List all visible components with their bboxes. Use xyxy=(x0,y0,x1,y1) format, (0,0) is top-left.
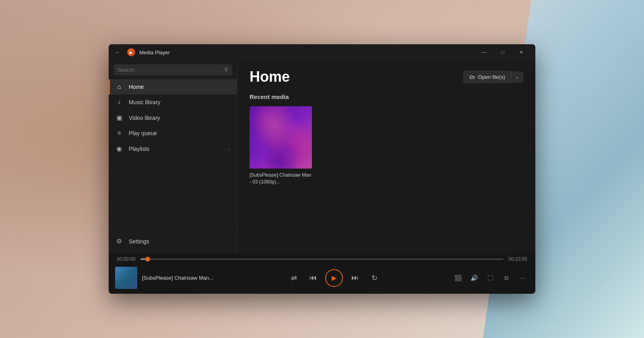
fullscreen-icon: ⛶ xyxy=(487,274,493,281)
content-header: Home 🗁 Open file(s) ⌄ xyxy=(237,60,535,89)
shuffle-icon: ⇌ xyxy=(291,274,297,282)
sidebar-item-label: Music library xyxy=(129,99,231,105)
title-bar: ← ▶ Media Player — □ ✕ xyxy=(109,44,535,60)
progress-track[interactable] xyxy=(140,258,504,260)
playlists-icon: ◉ xyxy=(115,145,123,153)
search-container: ⚲ xyxy=(109,60,237,79)
media-title: [SubsPlease] Chainsaw Man - 03 (1080p)..… xyxy=(250,172,312,185)
media-grid: [SubsPlease] Chainsaw Man - 03 (1080p)..… xyxy=(237,106,535,185)
current-time: 00:00:00 xyxy=(117,256,136,262)
sidebar-item-settings[interactable]: ⚙ Settings xyxy=(109,233,237,249)
now-playing-title: [SubsPlease] Chainsaw Man... xyxy=(142,275,213,281)
queue-icon: ≡ xyxy=(115,130,123,137)
total-time: 00:23:55 xyxy=(508,256,527,262)
more-icon: ⋯ xyxy=(520,274,526,282)
open-files-button[interactable]: 🗁 Open file(s) xyxy=(463,71,511,83)
miniplayer-icon: ⬛ xyxy=(454,274,462,282)
chevron-down-icon: ⌄ xyxy=(515,74,519,79)
close-button[interactable]: ✕ xyxy=(512,46,530,59)
sidebar-item-label: Home xyxy=(129,84,231,90)
next-button[interactable]: ⏭ xyxy=(348,271,362,285)
progress-thumb xyxy=(145,257,150,262)
fullscreen-button[interactable]: ⛶ xyxy=(484,272,497,284)
repeat-icon: ↻ xyxy=(372,274,378,282)
volume-icon: 🔊 xyxy=(471,274,478,282)
now-playing-thumbnail-image xyxy=(115,267,137,289)
shuffle-button[interactable]: ⇌ xyxy=(287,271,301,285)
volume-button[interactable]: 🔊 xyxy=(468,272,481,284)
sidebar-item-label: Play queue xyxy=(129,130,231,136)
video-icon: ▣ xyxy=(115,114,123,122)
player-controls: [SubsPlease] Chainsaw Man... ⇌ ⏮ ▶ ⏭ ↻ xyxy=(109,264,535,294)
controls-center: ⇌ ⏮ ▶ ⏭ ↻ xyxy=(231,269,437,287)
content-area: Home 🗁 Open file(s) ⌄ Recent media xyxy=(237,60,535,253)
play-pause-button[interactable]: ▶ xyxy=(325,269,343,287)
home-icon: ⌂ xyxy=(115,83,123,91)
sidebar-item-label: Video library xyxy=(129,115,231,121)
sidebar-item-label: Settings xyxy=(129,238,231,245)
page-title: Home xyxy=(250,68,290,85)
app-icon: ▶ xyxy=(127,48,135,56)
title-bar-left: ← ▶ Media Player xyxy=(112,47,170,58)
minimize-button[interactable]: — xyxy=(475,46,493,59)
open-files-dropdown-button[interactable]: ⌄ xyxy=(511,72,523,82)
player-bar: 00:00:00 00:23:55 [SubsPlease] Chainsaw … xyxy=(109,253,535,294)
repeat-button[interactable]: ↻ xyxy=(367,271,382,285)
title-bar-controls: — □ ✕ xyxy=(475,46,530,59)
search-icon: ⚲ xyxy=(224,67,228,73)
sidebar-item-home[interactable]: ⌂ Home xyxy=(109,79,237,95)
media-thumbnail-image xyxy=(250,106,312,169)
progress-area: 00:00:00 00:23:55 xyxy=(109,253,535,264)
folder-icon: 🗁 xyxy=(469,74,475,80)
search-box[interactable]: ⚲ xyxy=(114,64,232,75)
media-item[interactable]: [SubsPlease] Chainsaw Man - 03 (1080p)..… xyxy=(250,106,312,185)
back-button[interactable]: ← xyxy=(112,47,123,58)
controls-right: ⬛ 🔊 ⛶ ⧉ ⋯ xyxy=(440,272,529,284)
music-icon: ♪ xyxy=(115,99,123,106)
next-icon: ⏭ xyxy=(351,274,359,282)
nav-items: ⌂ Home ♪ Music library ▣ Video library ≡… xyxy=(109,79,237,229)
pip-icon: ⧉ xyxy=(504,274,509,282)
now-playing-thumbnail xyxy=(115,267,137,289)
sidebar-bottom: ⚙ Settings xyxy=(109,229,237,253)
sidebar-item-playlists[interactable]: ◉ Playlists ⌄ xyxy=(109,141,237,157)
pip-button[interactable]: ⧉ xyxy=(500,272,513,284)
sidebar: ⚲ ⌂ Home ♪ Music library ▣ Video library… xyxy=(109,60,237,253)
settings-icon: ⚙ xyxy=(115,237,123,245)
main-content: ⚲ ⌂ Home ♪ Music library ▣ Video library… xyxy=(109,60,535,253)
play-icon: ▶ xyxy=(332,274,336,282)
sidebar-item-play-queue[interactable]: ≡ Play queue xyxy=(109,126,237,141)
previous-button[interactable]: ⏮ xyxy=(306,271,320,285)
miniplayer-button[interactable]: ⬛ xyxy=(452,272,464,284)
open-files-button-group: 🗁 Open file(s) ⌄ xyxy=(463,71,523,83)
app-window: ← ▶ Media Player — □ ✕ ⚲ ⌂ xyxy=(109,44,535,294)
prev-icon: ⏮ xyxy=(310,274,317,282)
app-title-label: Media Player xyxy=(139,49,170,56)
sidebar-item-label: Playlists xyxy=(129,146,221,152)
search-input[interactable] xyxy=(118,67,221,73)
now-playing: [SubsPlease] Chainsaw Man... xyxy=(115,267,228,289)
more-button[interactable]: ⋯ xyxy=(516,272,529,284)
sidebar-item-video-library[interactable]: ▣ Video library xyxy=(109,110,237,126)
section-title: Recent media xyxy=(237,89,535,106)
sidebar-item-music-library[interactable]: ♪ Music library xyxy=(109,95,237,110)
maximize-button[interactable]: □ xyxy=(493,46,512,59)
chevron-down-icon: ⌄ xyxy=(227,146,231,151)
back-icon: ← xyxy=(115,49,120,56)
media-thumbnail xyxy=(250,106,312,169)
